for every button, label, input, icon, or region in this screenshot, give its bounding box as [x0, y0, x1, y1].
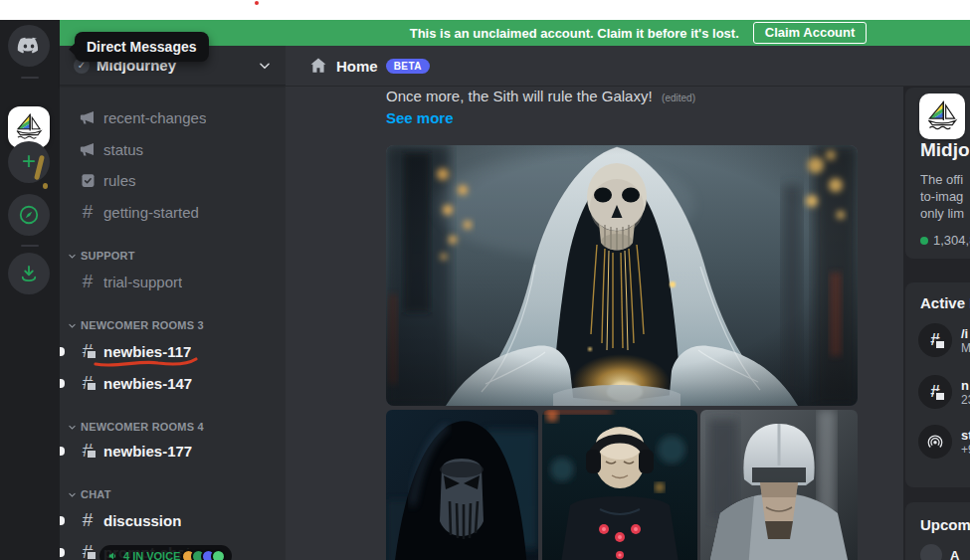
channel-getting-started[interactable]: # getting-started	[68, 197, 279, 227]
section-newcomer-rooms-4[interactable]: NEWCOMER ROOMS 4	[68, 418, 279, 436]
midjourney-boat-icon	[14, 112, 44, 142]
download-icon	[19, 264, 39, 283]
unread-pill	[60, 379, 65, 388]
channel-status[interactable]: status	[68, 134, 279, 164]
hash-thread-icon: #	[918, 323, 952, 357]
speaker-icon	[107, 550, 119, 560]
discord-app: This is an unclaimed account. Claim it b…	[0, 0, 970, 560]
upcoming-event-item[interactable]: A	[920, 544, 959, 560]
page-top-margin	[0, 0, 970, 20]
edited-label: (edited)	[662, 93, 695, 103]
channel-newbies-147[interactable]: # newbies-147	[68, 368, 279, 398]
upcoming-events-card: Upcoming A	[905, 502, 970, 560]
unread-pill	[60, 548, 65, 557]
section-newcomer-rooms-3[interactable]: NEWCOMER ROOMS 3	[68, 316, 279, 334]
see-more-link[interactable]: See more	[386, 109, 454, 126]
channel-trial-support[interactable]: # trial-support	[68, 267, 279, 296]
active-stage-item[interactable]: st+9	[918, 424, 970, 460]
beta-badge: BETA	[386, 59, 430, 74]
hash-icon: #	[78, 510, 97, 530]
upcoming-header: Upcoming	[920, 516, 970, 533]
chevron-down-icon	[68, 252, 77, 261]
tooltip-text: Direct Messages	[87, 39, 197, 55]
channel-newbies-117[interactable]: # newbies-117	[68, 336, 279, 366]
plus-icon: +	[22, 151, 36, 171]
explore-servers-button[interactable]	[8, 194, 50, 236]
yellow-exclamation-dot-annotation	[43, 183, 48, 189]
chat-area: Once more, the Sith will rule the Galaxy…	[286, 87, 903, 560]
megaphone-icon	[78, 139, 97, 159]
channel-newbies-177[interactable]: # newbies-177	[68, 436, 279, 466]
home-icon	[308, 56, 328, 76]
voice-count-label: 4 IN VOICE	[123, 550, 180, 560]
compass-icon	[18, 204, 40, 226]
rules-check-icon	[78, 170, 97, 190]
rail-divider	[21, 245, 39, 247]
hash-thread-icon: #	[78, 341, 97, 361]
attachment-image-cyborg-monk[interactable]	[542, 410, 697, 560]
unread-pill	[60, 516, 65, 525]
section-support[interactable]: SUPPORT	[68, 247, 279, 265]
hash-thread-icon: #	[78, 441, 97, 461]
attachment-image-silver-helmet-figure[interactable]	[700, 410, 858, 560]
channel-sidebar: ✓ Midjourney recent-changes status rules…	[60, 46, 286, 560]
channel-title: Home	[336, 58, 378, 75]
stage-broadcast-icon	[918, 425, 952, 459]
direct-messages-tooltip: Direct Messages	[75, 32, 209, 62]
channel-discussion[interactable]: # discussion	[68, 505, 279, 535]
channel-recent-changes[interactable]: recent-changes	[68, 102, 279, 132]
active-header: Active Now	[920, 294, 970, 311]
chevron-down-icon	[68, 423, 77, 432]
online-dot-icon	[920, 237, 928, 245]
active-channel-item[interactable]: # /iM	[918, 322, 970, 358]
server-about-card: Midjourney The offi to-imag only lim 1,3…	[905, 88, 970, 259]
attachment-image-dark-masked-figure[interactable]	[386, 410, 538, 560]
hash-thread-icon: #	[78, 373, 97, 393]
message-text-line: Once more, the Sith will rule the Galaxy…	[386, 88, 695, 105]
chevron-down-icon	[258, 59, 272, 73]
server-description: The offi to-imag only lim	[920, 171, 964, 222]
message-text: Once more, the Sith will rule the Galaxy…	[386, 88, 653, 104]
server-title: Midjourney	[920, 139, 970, 161]
section-chat[interactable]: CHAT	[68, 485, 279, 503]
active-channels-card: Active Now # /iM # n23 st+9	[905, 282, 970, 487]
voice-avatar	[211, 549, 226, 560]
unread-pill	[60, 447, 65, 456]
download-apps-button[interactable]	[8, 253, 50, 294]
megaphone-icon	[78, 107, 97, 127]
add-server-button[interactable]: +	[8, 141, 50, 183]
channel-rules[interactable]: rules	[68, 165, 279, 195]
hash-thread-icon: #	[78, 542, 97, 560]
server-rail: +	[0, 20, 60, 560]
chevron-down-icon	[68, 490, 77, 499]
red-dot-annotation	[255, 1, 259, 5]
banner-text: This is an unclaimed account. Claim it b…	[410, 26, 739, 41]
chevron-down-icon	[68, 321, 77, 330]
discord-home-button[interactable]	[8, 25, 50, 67]
hash-thread-icon: #	[918, 375, 952, 409]
channel-header-bar: Home BETA	[286, 46, 970, 87]
server-info-panel: Midjourney The offi to-imag only lim 1,3…	[903, 87, 970, 560]
hash-icon: #	[78, 272, 97, 291]
claim-account-button[interactable]: Claim Account	[753, 22, 868, 44]
midjourney-logo	[919, 93, 965, 139]
voice-activity-pill[interactable]: 4 IN VOICE	[99, 545, 232, 560]
event-avatar	[920, 544, 942, 560]
hash-icon: #	[78, 202, 97, 222]
rail-divider	[21, 77, 39, 79]
attachment-image-hooded-skeleton[interactable]	[386, 145, 858, 406]
member-count: 1,304,8	[920, 233, 970, 248]
active-channel-item[interactable]: # n23	[918, 374, 970, 410]
discord-logo-icon	[16, 33, 42, 59]
unread-pill	[60, 347, 65, 356]
